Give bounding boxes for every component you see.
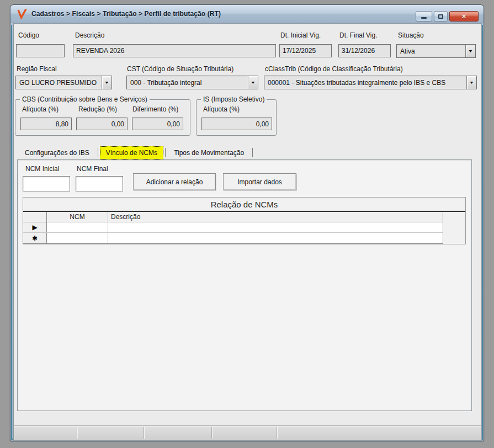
cclasstrib-label: cClassTrib (Código de Classificação Trib… xyxy=(265,65,403,73)
ncm-final-label: NCM Final xyxy=(77,165,108,173)
status-divider xyxy=(277,427,278,439)
close-icon: ✕ xyxy=(461,13,466,20)
importar-dados-button[interactable]: Importar dados xyxy=(223,173,296,190)
cbs-aliquota-field[interactable] xyxy=(20,118,72,130)
new-row-indicator[interactable]: ✱ xyxy=(23,233,47,243)
cst-label: CST (Código de Situação Tributária) xyxy=(127,65,233,73)
cell-descricao[interactable] xyxy=(108,233,443,243)
status-bar xyxy=(14,425,481,440)
window-title: Cadastros > Fiscais > Tributação > Perfi… xyxy=(31,10,221,18)
dt-inicial-label: Dt. Inicial Vig. xyxy=(280,31,321,39)
descricao-field[interactable] xyxy=(73,44,276,57)
new-row-icon: ✱ xyxy=(32,235,38,242)
cbs-diferimento-label: Diferimento (%) xyxy=(132,105,178,113)
current-row-icon: ▶ xyxy=(32,224,37,231)
status-divider xyxy=(77,427,78,439)
ncm-inicial-field[interactable] xyxy=(23,176,70,191)
ncm-table-title: Relação de NCMs xyxy=(23,198,465,212)
tab-separator xyxy=(252,148,253,157)
minimize-icon xyxy=(421,17,427,19)
cclasstrib-select[interactable]: 000001 - Situações tributadas integralme… xyxy=(264,76,477,89)
is-groupbox: IS (Imposto Seletivo) Alíquota (%) xyxy=(196,99,277,136)
app-window: Cadastros > Fiscais > Tributação > Perfi… xyxy=(10,4,484,441)
chevron-down-icon[interactable]: ▼ xyxy=(465,45,475,57)
ncm-grid: NCM Descrição ▶ ✱ xyxy=(23,212,443,244)
is-group-title: IS (Imposto Seletivo) xyxy=(201,95,267,103)
dt-inicial-field[interactable] xyxy=(279,44,332,57)
chevron-down-icon[interactable]: ▼ xyxy=(248,76,258,89)
row-selector-header xyxy=(23,212,47,222)
is-aliquota-label: Alíquota (%) xyxy=(203,105,240,113)
close-button[interactable]: ✕ xyxy=(449,11,479,22)
app-logo-checkmark-icon xyxy=(17,8,28,19)
current-row-indicator[interactable]: ▶ xyxy=(23,222,47,232)
codigo-field[interactable] xyxy=(16,44,65,57)
status-divider xyxy=(211,427,213,439)
tab-separator xyxy=(165,148,166,157)
situacao-select[interactable]: Ativa ▼ xyxy=(396,44,476,58)
maximize-icon xyxy=(438,14,443,19)
situacao-label: Situação xyxy=(398,31,424,39)
cell-ncm[interactable] xyxy=(47,222,108,232)
titlebar[interactable]: Cadastros > Fiscais > Tributação > Perfi… xyxy=(10,5,484,23)
dt-final-label: Dt. Final Vig. xyxy=(339,31,377,39)
form-client-area: Código Descrição Dt. Inicial Vig. Dt. Fi… xyxy=(13,23,482,441)
ncm-inicial-label: NCM Inicial xyxy=(25,165,59,173)
chevron-down-icon[interactable]: ▼ xyxy=(102,76,111,89)
column-header-descricao[interactable]: Descrição xyxy=(108,212,443,222)
vinculo-ncms-panel: NCM Inicial NCM Final Adicionar a relaçã… xyxy=(17,159,472,411)
cbs-group-title: CBS (Contribuição sobre Bens e Serviços) xyxy=(20,95,150,103)
cell-ncm[interactable] xyxy=(47,233,108,243)
cbs-diferimento-field[interactable] xyxy=(132,118,183,130)
column-header-ncm[interactable]: NCM xyxy=(47,212,108,222)
tab-vinculo-de-ncms[interactable]: Vínculo de NCMs xyxy=(100,146,163,159)
dt-final-field[interactable] xyxy=(338,44,391,57)
window-border-accent xyxy=(482,25,483,439)
descricao-label: Descrição xyxy=(75,31,104,39)
regiao-fiscal-select[interactable]: GO LUCRO PRESUMIDO ▼ xyxy=(15,76,112,89)
cell-descricao[interactable] xyxy=(108,222,443,232)
codigo-label: Código xyxy=(18,31,39,39)
desktop-background: Cadastros > Fiscais > Tributação > Perfi… xyxy=(0,0,494,448)
chevron-down-icon[interactable]: ▼ xyxy=(466,76,476,89)
cst-select[interactable]: 000 - Tributação integral ▼ xyxy=(126,76,258,89)
cbs-groupbox: CBS (Contribuição sobre Bens e Serviços)… xyxy=(15,99,190,136)
minimize-button[interactable] xyxy=(416,11,432,22)
table-row[interactable]: ▶ xyxy=(23,222,443,233)
tab-tipos-de-movimentacao[interactable]: Tipos de Movimentação xyxy=(166,146,252,159)
cbs-reducao-field[interactable] xyxy=(76,118,128,130)
adicionar-relacao-button[interactable]: Adicionar a relação xyxy=(133,173,216,190)
is-aliquota-field[interactable] xyxy=(201,118,272,130)
ncm-table-container: Relação de NCMs NCM Descrição ▶ xyxy=(23,197,466,244)
tabstrip: Configurações do IBS Vínculo de NCMs Tip… xyxy=(17,146,253,159)
maximize-button[interactable] xyxy=(434,11,448,22)
ncm-final-field[interactable] xyxy=(76,176,123,191)
cbs-reducao-label: Redução (%) xyxy=(78,105,117,113)
status-divider xyxy=(144,427,145,439)
grid-header-row: NCM Descrição xyxy=(23,212,443,222)
regiao-fiscal-label: Região Fiscal xyxy=(17,65,57,73)
cbs-aliquota-label: Alíquota (%) xyxy=(22,105,59,113)
tab-separator xyxy=(98,148,98,157)
tab-configuracoes-do-ibs[interactable]: Configurações do IBS xyxy=(17,146,97,159)
table-row-new[interactable]: ✱ xyxy=(23,233,443,243)
window-border-accent xyxy=(11,25,12,439)
